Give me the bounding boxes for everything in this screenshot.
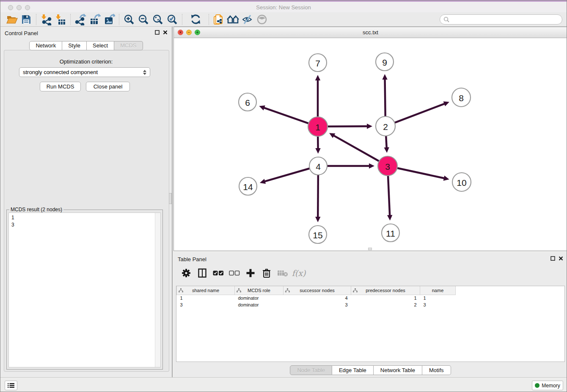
table-row[interactable]: 1dominator411 bbox=[177, 295, 456, 301]
column-header-shared-name[interactable]: shared name bbox=[177, 286, 235, 295]
node-label: 3 bbox=[385, 162, 390, 171]
table-settings-button[interactable] bbox=[179, 266, 193, 280]
close-panel-button[interactable]: Close panel bbox=[86, 82, 130, 91]
table-cell[interactable]: 1 bbox=[177, 295, 235, 301]
open-session-button[interactable] bbox=[5, 13, 19, 26]
search-input[interactable] bbox=[449, 15, 562, 24]
node-label: 6 bbox=[245, 98, 250, 108]
node-table-area[interactable]: shared name MCDS role successor nodes pr… bbox=[176, 286, 565, 362]
network-node-8[interactable]: 8 bbox=[452, 88, 471, 107]
table-cell[interactable]: 1 bbox=[420, 295, 456, 301]
deselect-all-button[interactable] bbox=[228, 266, 241, 280]
tab-style[interactable]: Style bbox=[62, 41, 87, 50]
edge-3-10[interactable] bbox=[396, 168, 449, 180]
column-header-predecessor-nodes[interactable]: predecessor nodes bbox=[351, 286, 420, 295]
edge-4-15[interactable] bbox=[315, 174, 320, 222]
edge-1-4[interactable] bbox=[315, 135, 320, 154]
edge-1-7[interactable] bbox=[315, 75, 320, 118]
duplicate-network-button[interactable] bbox=[212, 13, 226, 26]
network-node-15[interactable]: 15 bbox=[309, 226, 327, 243]
export-image-button[interactable] bbox=[102, 13, 116, 26]
save-session-button[interactable] bbox=[19, 13, 33, 26]
table-cell[interactable]: 3 bbox=[177, 301, 235, 308]
import-network-button[interactable] bbox=[39, 13, 53, 26]
column-label: name bbox=[432, 288, 444, 293]
export-network-button[interactable] bbox=[73, 13, 88, 26]
network-canvas[interactable]: 7968124314101511 bbox=[174, 38, 567, 251]
network-node-3[interactable]: 3 bbox=[378, 156, 397, 176]
close-panel-icon[interactable] bbox=[163, 30, 168, 35]
edge-arrowhead bbox=[367, 124, 372, 129]
control-panel-header: Control Panel bbox=[0, 27, 172, 39]
export-table-button[interactable] bbox=[88, 13, 102, 26]
mcds-result-area[interactable]: 1 3 bbox=[8, 213, 161, 367]
column-selector-button[interactable] bbox=[195, 266, 209, 280]
refresh-layout-button[interactable] bbox=[188, 13, 203, 26]
tab-motifs[interactable]: Motifs bbox=[422, 365, 451, 375]
import-table-button[interactable] bbox=[53, 13, 68, 26]
search-field[interactable] bbox=[440, 14, 562, 25]
memory-button[interactable]: Memory bbox=[532, 381, 563, 390]
zoom-out-button[interactable] bbox=[136, 13, 151, 26]
result-scrollbar[interactable] bbox=[155, 213, 160, 367]
float-table-panel-icon[interactable] bbox=[550, 256, 555, 261]
edge-2-9[interactable] bbox=[382, 74, 387, 117]
network-node-14[interactable]: 14 bbox=[239, 177, 257, 195]
home-view-button[interactable] bbox=[226, 13, 240, 26]
select-all-button[interactable] bbox=[212, 266, 225, 280]
network-resize-grip[interactable] bbox=[368, 248, 372, 250]
network-node-7[interactable]: 7 bbox=[309, 54, 327, 72]
zoom-in-button[interactable] bbox=[122, 13, 136, 26]
table-cell[interactable]: dominator bbox=[235, 295, 284, 301]
table-cell[interactable]: 3 bbox=[420, 301, 456, 308]
close-table-panel-icon[interactable] bbox=[559, 256, 563, 261]
column-header-name[interactable]: name bbox=[420, 286, 456, 295]
float-panel-icon[interactable] bbox=[155, 30, 160, 35]
network-node-4[interactable]: 4 bbox=[309, 157, 327, 175]
delete-table-button[interactable] bbox=[276, 266, 289, 280]
edge-1-2[interactable] bbox=[327, 124, 372, 129]
edge-3-1[interactable] bbox=[329, 133, 380, 161]
network-node-6[interactable]: 6 bbox=[239, 93, 256, 111]
network-node-1[interactable]: 1 bbox=[308, 117, 328, 136]
criterion-dropdown[interactable]: strongly connected component bbox=[19, 67, 150, 77]
show-all-button[interactable] bbox=[255, 13, 269, 26]
network-node-9[interactable]: 9 bbox=[376, 53, 394, 71]
table-row[interactable]: 3dominator323 bbox=[177, 301, 456, 308]
zoom-selected-button[interactable] bbox=[165, 13, 179, 26]
add-row-button[interactable] bbox=[244, 266, 257, 280]
network-window-titlebar[interactable]: × − + scc.txt bbox=[174, 27, 567, 38]
function-builder-button[interactable]: f(x) bbox=[292, 266, 306, 280]
table-cell[interactable]: 3 bbox=[284, 301, 351, 308]
table-cell[interactable]: 4 bbox=[284, 295, 351, 301]
edge-2-3[interactable] bbox=[384, 135, 389, 153]
run-mcds-button[interactable]: Run MCDS bbox=[40, 82, 81, 91]
tab-select[interactable]: Select bbox=[87, 41, 114, 50]
tab-network-table[interactable]: Network Table bbox=[374, 365, 422, 375]
network-node-2[interactable]: 2 bbox=[376, 116, 395, 136]
table-cell[interactable]: dominator bbox=[235, 301, 284, 308]
delete-row-button[interactable] bbox=[260, 266, 273, 280]
tab-mcds[interactable]: MCDS bbox=[114, 41, 143, 50]
panel-divider-grip[interactable] bbox=[169, 193, 172, 204]
edge-2-8[interactable] bbox=[394, 101, 449, 123]
column-header-mcds-role[interactable]: MCDS role bbox=[235, 286, 284, 295]
edge-1-6[interactable] bbox=[259, 105, 309, 124]
tab-node-table[interactable]: Node Table bbox=[290, 365, 332, 375]
tab-edge-table[interactable]: Edge Table bbox=[332, 365, 374, 375]
edge-4-3[interactable] bbox=[326, 163, 374, 168]
network-node-10[interactable]: 10 bbox=[452, 173, 471, 191]
table-cell[interactable]: 2 bbox=[351, 301, 420, 308]
export-network-icon bbox=[74, 14, 86, 25]
memory-label: Memory bbox=[542, 383, 560, 389]
tab-network[interactable]: Network bbox=[29, 41, 62, 50]
edge-3-11[interactable] bbox=[387, 175, 392, 221]
network-node-11[interactable]: 11 bbox=[382, 224, 399, 242]
edge-4-14[interactable] bbox=[260, 168, 311, 184]
table-cell[interactable]: 1 bbox=[351, 295, 420, 301]
zoom-fit-button[interactable] bbox=[151, 13, 165, 26]
hide-selected-button[interactable] bbox=[240, 13, 255, 26]
eye-slash-icon bbox=[242, 14, 253, 25]
task-history-button[interactable] bbox=[5, 381, 17, 390]
column-header-successor-nodes[interactable]: successor nodes bbox=[284, 286, 351, 295]
